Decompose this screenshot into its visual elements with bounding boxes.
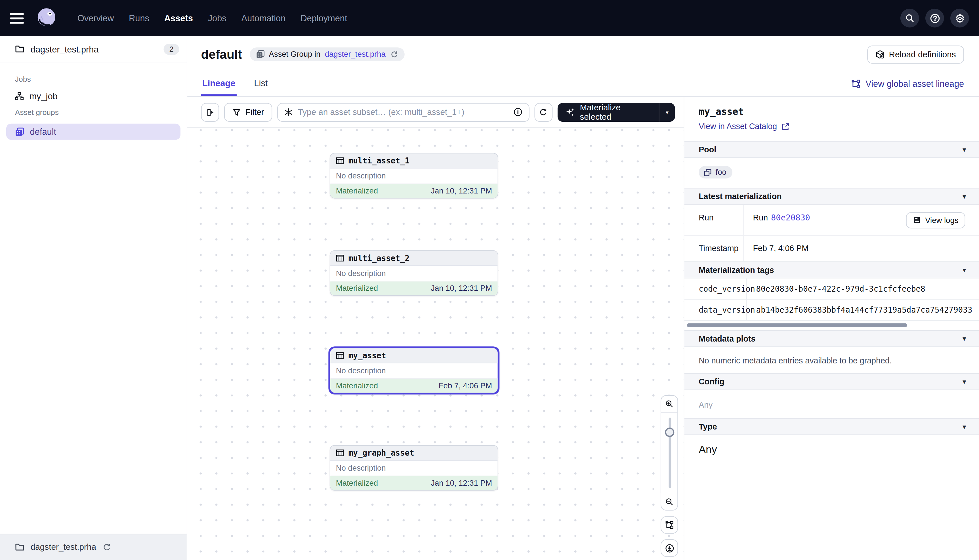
sidebar-item-group-default[interactable]: default [6,124,180,140]
hamburger-menu-icon[interactable] [10,13,26,23]
logs-icon [912,216,921,224]
nav-item-overview[interactable]: Overview [70,0,121,36]
zoom-in-icon [665,400,674,408]
zoom-controls [660,395,678,557]
zoom-slider[interactable] [660,412,678,493]
asset-node-multi-asset-1[interactable]: multi_asset_1 No description Materialize… [330,153,498,198]
lineage-icon [851,79,861,88]
refresh-icon[interactable] [390,50,398,58]
section-header-pool[interactable]: Pool ▾ [684,141,979,158]
nav-item-assets[interactable]: Assets [157,0,200,36]
view-global-asset-lineage-link[interactable]: View global asset lineage [851,78,964,96]
lineage-graph-section: Filter Materia [187,97,684,560]
status-badge: Materialized [336,187,378,195]
reload-definitions-icon [875,50,884,59]
pill-prefix: Asset Group in [269,50,320,59]
collapse-caret-icon[interactable]: ▾ [963,193,966,200]
asset-groups-section-label: Asset groups [0,104,187,121]
asset-subset-input[interactable] [298,107,508,117]
nav-item-runs[interactable]: Runs [122,0,157,36]
app-viewport: Overview Runs Assets Jobs Automation Dep… [0,0,979,560]
zoom-out-icon [665,497,674,506]
section-header-metadata-plots[interactable]: Metadata plots ▾ [684,330,979,347]
zoom-in-button[interactable] [660,395,678,413]
view-logs-button[interactable]: View logs [906,212,966,228]
asset-node-my-graph-asset[interactable]: my_graph_asset No description Materializ… [330,445,498,491]
sidebar-repo-row[interactable]: dagster_test.prha 2 [0,36,187,62]
help-icon[interactable] [926,9,944,28]
lineage-canvas[interactable]: multi_asset_1 No description Materialize… [187,128,684,560]
collapse-caret-icon[interactable]: ▾ [963,335,966,342]
toggle-left-panel-button[interactable] [201,103,219,122]
asset-node-my-asset[interactable]: my_asset No description Materialized Feb… [328,347,499,394]
refresh-graph-button[interactable] [534,103,552,122]
gear-icon[interactable] [950,9,969,28]
sparkle-icon [565,107,575,117]
type-value: Any [684,435,979,465]
collapse-caret-icon[interactable]: ▾ [963,266,966,273]
filter-button[interactable]: Filter [224,103,272,122]
table-icon [336,352,344,360]
materialization-time: Jan 10, 12:31 PM [431,284,492,293]
latest-timestamp-row: Timestamp Feb 7, 4:06 PM [684,236,979,261]
sidebar-footer-repo[interactable]: dagster_test.prha [0,533,187,560]
collapse-caret-icon[interactable]: ▾ [963,378,966,385]
asset-detail-panel: my_asset View in Asset Catalog Pool ▾ [684,97,979,560]
nav-item-deployment[interactable]: Deployment [293,0,355,36]
tab-lineage[interactable]: Lineage [201,78,236,96]
collapse-caret-icon[interactable]: ▾ [963,423,966,430]
search-icon[interactable] [901,9,919,28]
asset-subset-icon [284,108,293,117]
metadata-empty-message: No numeric metadata entries available to… [684,347,979,373]
refresh-icon [539,108,548,117]
jobs-section-label: Jobs [0,71,187,88]
graph-toolbar: Filter Materia [187,97,684,128]
collapse-caret-icon[interactable]: ▾ [963,146,966,153]
asset-group-icon [256,50,265,59]
materialization-time: Feb 7, 4:06 PM [439,381,492,390]
top-nav: Overview Runs Assets Jobs Automation Dep… [0,0,979,36]
folder-icon [15,44,24,53]
sidebar: dagster_test.prha 2 Jobs my_job Asset gr… [0,36,187,560]
external-link-icon [781,122,789,131]
nav-item-automation[interactable]: Automation [234,0,293,36]
sidebar-item-my-job[interactable]: my_job [0,88,187,104]
section-header-materialization-tags[interactable]: Materialization tags ▾ [684,261,979,278]
status-badge: Materialized [336,284,378,293]
nav-item-jobs[interactable]: Jobs [200,0,234,36]
refresh-icon[interactable] [102,543,111,552]
info-icon[interactable] [513,107,522,117]
asset-subset-search [277,103,529,122]
folder-icon [15,542,24,552]
table-icon [336,254,344,262]
table-icon [336,157,344,165]
status-badge: Materialized [336,381,378,390]
zoom-slider-handle[interactable] [665,428,674,437]
job-name: my_job [29,91,57,101]
zoom-out-button[interactable] [660,493,678,511]
materialize-dropdown-caret[interactable]: ▾ [659,103,675,122]
dagster-logo-icon[interactable] [34,5,60,31]
reload-definitions-button[interactable]: Reload definitions [867,45,964,63]
horizontal-scrollbar [687,323,976,327]
status-badge: Materialized [336,479,378,488]
section-header-type[interactable]: Type ▾ [684,418,979,435]
relayout-graph-button[interactable] [660,516,678,534]
section-header-config[interactable]: Config ▾ [684,373,979,390]
repo-name: dagster_test.prha [31,44,99,54]
view-in-asset-catalog-link[interactable]: View in Asset Catalog [699,122,789,131]
materialization-time: Jan 10, 12:31 PM [431,187,492,195]
horizontal-scrollbar-thumb[interactable] [687,323,907,327]
pool-tag: foo [699,166,733,178]
download-icon [665,543,674,553]
run-id-link[interactable]: 80e20830 [771,212,810,222]
job-graph-icon [15,92,24,100]
section-header-latest-materialization[interactable]: Latest materialization ▾ [684,188,979,204]
materialize-selected-button[interactable]: Materialize selected ▾ [557,103,675,122]
asset-node-multi-asset-2[interactable]: multi_asset_2 No description Materialize… [330,250,498,296]
pill-repo-link[interactable]: dagster_test.prha [325,50,386,59]
asset-group-icon [15,127,24,137]
download-image-button[interactable] [660,539,678,557]
tab-list[interactable]: List [253,78,269,96]
repo-count-badge: 2 [164,43,179,55]
